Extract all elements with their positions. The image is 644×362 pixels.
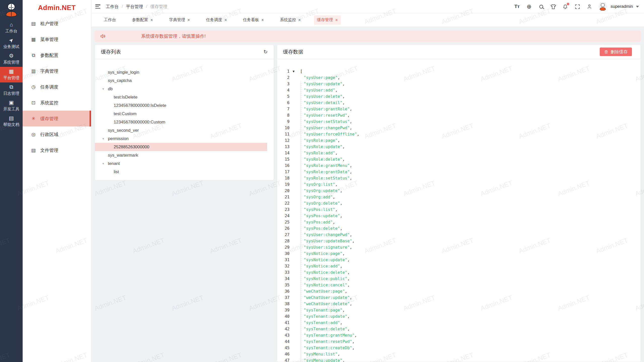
tab-参数配置[interactable]: 参数配置 ×	[129, 15, 156, 25]
line-number: 14	[277, 151, 290, 155]
breadcrumb-item[interactable]: 平台管理	[126, 4, 143, 10]
primary-sidebar-item-日志管理[interactable]: ⧉ 日志管理	[0, 82, 23, 98]
line-number: 5	[277, 94, 290, 99]
line-number: 23	[277, 207, 290, 212]
breadcrumb-separator: /	[122, 4, 123, 9]
app-logo[interactable]	[0, 0, 23, 20]
code-line: 32"sysNotice:add",	[277, 263, 641, 269]
json-string-value: "sysPos:add"	[304, 220, 333, 224]
json-string-value: "sysNotice:update"	[304, 257, 347, 262]
topbar-actions: Tт ⊕ superadmin	[514, 2, 644, 11]
sidebar-item-菜单管理[interactable]: ▦ 菜单管理	[23, 31, 91, 47]
json-string-value: "sysUser:page"	[304, 75, 338, 80]
tab-工作台[interactable]: 工作台	[101, 15, 119, 25]
code-line: 16"sysRole:grantMenu",	[277, 162, 641, 169]
code-line: 43"sysTenant:grantMenu",	[277, 332, 641, 338]
sidebar-item-任务调度[interactable]: ◷ 任务调度	[23, 79, 91, 95]
chevron-down-icon[interactable]	[636, 6, 639, 8]
line-number: 17	[277, 169, 290, 174]
notification-badge	[567, 3, 569, 5]
user-avatar[interactable]	[598, 2, 607, 11]
line-number: 46	[277, 352, 290, 356]
json-string-value: "sysUser:update"	[304, 81, 342, 86]
language-icon[interactable]: ⊕	[526, 4, 532, 10]
username[interactable]: superadmin	[611, 4, 633, 9]
search-icon[interactable]	[538, 4, 544, 10]
tree-node-tenant[interactable]: ▾ tenant	[95, 159, 267, 168]
tree-node-test:IsDelete[interactable]: test:IsDelete	[95, 93, 267, 101]
sidebar-item-文件管理[interactable]: ▤ 文件管理	[23, 142, 91, 158]
tree-node-test:Custom[interactable]: test:Custom	[95, 110, 267, 118]
json-string-value: "sysPos:delete"	[304, 226, 340, 231]
tab-close-icon[interactable]: ×	[187, 18, 190, 22]
code-line: 12"sysRole:page",	[277, 137, 641, 144]
tree-node-sys_single_login[interactable]: sys_single_login	[95, 68, 267, 76]
file-icon: ▤	[31, 147, 36, 153]
fold-arrow-icon[interactable]: ▼	[291, 70, 297, 73]
line-number: 9	[277, 119, 290, 124]
code-line: 8"sysUser:resetPwd",	[277, 112, 641, 118]
tree-node-list[interactable]: list	[95, 168, 267, 176]
tab-任务调度[interactable]: 任务调度 ×	[203, 15, 230, 25]
primary-sidebar-item-系统管理[interactable]: ⚙ 系统管理	[0, 51, 23, 67]
code-line: 11"sysUser:forceOffline",	[277, 131, 641, 137]
breadcrumb-item[interactable]: 工作台	[106, 4, 119, 10]
json-string-value: "sysUser:forceOffline"	[304, 132, 357, 137]
primary-sidebar-item-开发工具[interactable]: ▣ 开发工具	[0, 98, 23, 114]
tree-node-permission[interactable]: ▾ permission	[95, 134, 267, 143]
secondary-sidebar-nav: ▤ 租户管理 ▦ 菜单管理 ⧉ 参数配置 ▥ 字典管理 ◷ 任务调度 ⊡ 系统监…	[23, 16, 91, 158]
sidebar-item-字典管理[interactable]: ▥ 字典管理	[23, 63, 91, 79]
theme-shirt-icon[interactable]	[550, 4, 556, 10]
sidebar-item-参数配置[interactable]: ⧉ 参数配置	[23, 47, 91, 63]
cache-list-title: 缓存列表	[101, 49, 121, 55]
tab-任务看板[interactable]: 任务看板 ×	[240, 15, 267, 25]
expand-arrow-icon[interactable]: ▾	[102, 137, 104, 141]
delete-cache-button[interactable]: 删除缓存	[600, 48, 632, 56]
tab-close-icon[interactable]: ×	[298, 18, 301, 22]
config-icon: ⧉	[31, 53, 36, 58]
json-string-value: "sysUser:updateBase"	[304, 239, 352, 243]
json-string-value: "sysRole:update"	[304, 144, 342, 149]
sidebar-item-缓存管理[interactable]: ✳ 缓存管理	[23, 111, 91, 126]
profile-icon[interactable]	[586, 4, 592, 10]
tree-node-sys_second_ver[interactable]: sys_second_ver	[95, 126, 267, 134]
expand-arrow-icon[interactable]: ▾	[102, 162, 104, 165]
notification-bell-icon[interactable]	[562, 4, 568, 10]
line-number: 33	[277, 270, 290, 275]
json-string-value: "weChatUser:page"	[304, 289, 345, 294]
cache-tree: sys_single_login sys_captcha ▾ db test:I…	[95, 59, 274, 176]
tab-close-icon[interactable]: ×	[335, 18, 338, 22]
tab-close-icon[interactable]: ×	[261, 18, 264, 22]
tree-node-123456780000000:IsDelete[interactable]: 123456780000000:IsDelete	[95, 101, 267, 110]
breadcrumb-separator: /	[146, 4, 147, 9]
sidebar-item-租户管理[interactable]: ▤ 租户管理	[23, 16, 91, 31]
sidebar-item-行政区域[interactable]: ◎ 行政区域	[23, 126, 91, 142]
primary-sidebar-item-业务测试[interactable]: ➤ 业务测试	[0, 36, 23, 51]
collapse-menu-icon[interactable]	[95, 5, 100, 9]
primary-sidebar-item-帮助文档[interactable]: ▤ 帮助文档	[0, 114, 23, 129]
tree-node-sys_wartermark[interactable]: sys_wartermark	[95, 151, 267, 159]
tab-缓存管理[interactable]: 缓存管理 ×	[314, 15, 341, 25]
sidebar-item-系统监控[interactable]: ⊡ 系统监控	[23, 95, 91, 111]
primary-sidebar-item-工作台[interactable]: ⌂ 工作台	[0, 20, 23, 36]
refresh-icon[interactable]: ↻	[263, 49, 268, 55]
tree-node-sys_captcha[interactable]: sys_captcha	[95, 76, 267, 85]
primary-sidebar-item-平台管理[interactable]: ▦ 平台管理	[0, 67, 23, 82]
code-line: 46"sysMenu:list",	[277, 351, 641, 357]
code-line: 33"sysNotice:delete",	[277, 269, 641, 276]
line-number: 21	[277, 195, 290, 199]
tree-node-252885263000000[interactable]: 252885263000000	[95, 143, 267, 151]
json-string-value: "sysNotice:add"	[304, 264, 340, 268]
code-line: 4"sysUser:add",	[277, 87, 641, 93]
font-size-icon[interactable]: Tт	[514, 4, 520, 10]
tab-字典管理[interactable]: 字典管理 ×	[166, 15, 193, 25]
json-string-value: "sysNotice:page"	[304, 251, 342, 256]
tab-close-icon[interactable]: ×	[150, 18, 153, 22]
tree-node-db[interactable]: ▾ db	[95, 85, 267, 93]
tree-node-123456780000000:Custom[interactable]: 123456780000000:Custom	[95, 118, 267, 126]
fullscreen-icon[interactable]	[574, 4, 580, 10]
json-string-value: "sysTenant:resetPwd"	[304, 339, 352, 344]
expand-arrow-icon[interactable]: ▾	[102, 87, 104, 91]
tab-系统监控[interactable]: 系统监控 ×	[277, 15, 304, 25]
tab-close-icon[interactable]: ×	[224, 18, 227, 22]
